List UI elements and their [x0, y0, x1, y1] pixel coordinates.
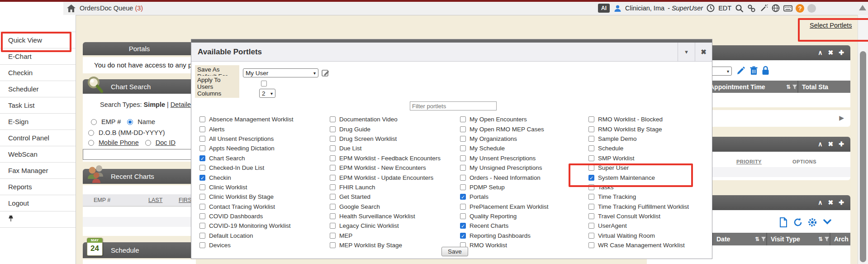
apply-to-users-checkbox[interactable] [261, 81, 267, 86]
portlet-label-orders-need-information[interactable]: Orders - Need Information [470, 174, 541, 181]
portlet-checkbox-super-user[interactable] [588, 165, 594, 171]
radio-dob-label[interactable]: D.O.B (MM-DD-YYYY) [99, 129, 165, 136]
portlet-label-recent-charts[interactable]: Recent Charts [470, 222, 508, 229]
portlet-label-epm-worklist-feedback-encounters[interactable]: EPM Worklist - Feedback Encounters [339, 155, 441, 162]
portlet-label-my-organizations[interactable]: My Organizations [470, 135, 517, 142]
portlet-label-covid-19-monitoring-worklist[interactable]: COVID-19 Monitoring Worklist [209, 222, 291, 229]
portlet-checkbox-my-organizations[interactable] [460, 136, 466, 142]
portlet-checkbox-appts-needing-dictation[interactable] [199, 145, 205, 151]
portlet-checkbox-tasks[interactable] [588, 184, 594, 190]
portlet-label-get-started[interactable]: Get Started [339, 193, 370, 200]
appointments-col-total[interactable]: Total Sta [798, 81, 850, 93]
sort-icon[interactable]: ⇅ [755, 236, 759, 242]
refresh-icon[interactable] [793, 217, 803, 229]
portlet-label-sample-demo[interactable]: Sample Demo [598, 135, 637, 142]
chevron-down-icon[interactable] [823, 218, 831, 227]
portlet-label-clinic-worklist[interactable]: Clinic Worklist [209, 184, 247, 191]
portlet-checkbox-mep-worklist-by-stage[interactable] [330, 242, 336, 248]
portlet-checkbox-devices[interactable] [199, 242, 205, 248]
portlet-label-useragent[interactable]: UserAgent [598, 222, 627, 229]
close-panel-icon[interactable]: ✖ [828, 199, 834, 206]
portlet-label-devices[interactable]: Devices [209, 242, 231, 249]
portlet-checkbox-chart-search[interactable]: ✓ [199, 155, 205, 161]
save-as-default-select[interactable]: My User ▾ [243, 68, 318, 77]
portlet-checkbox-epm-worklist-new-encounters[interactable] [330, 165, 336, 171]
portlet-checkbox-schedule[interactable] [588, 145, 594, 151]
page-scrollbar[interactable] [858, 15, 868, 264]
portlet-checkbox-contact-tracing-worklist[interactable] [199, 204, 205, 210]
radio-doc-id-label[interactable]: Doc ID [156, 139, 175, 146]
portlet-label-my-open-rmo-mep-cases[interactable]: My Open RMO MEP Cases [470, 126, 544, 133]
dialog-minimize-button[interactable]: ▾ [678, 43, 695, 61]
portlet-checkbox-virtual-waiting-room[interactable] [588, 233, 594, 239]
portlet-checkbox-alerts[interactable] [199, 126, 205, 132]
close-panel-icon[interactable]: ✖ [828, 49, 834, 56]
portlet-checkbox-epm-worklist-update-encounters[interactable] [330, 175, 336, 181]
portlet-checkbox-reporting-dashboards[interactable]: ✓ [460, 233, 466, 239]
portlet-checkbox-covid-dashboards[interactable] [199, 213, 205, 219]
portlet-checkbox-wr-case-management-worklist[interactable] [588, 242, 594, 248]
portlet-label-epm-worklist-new-encounters[interactable]: EPM Worklist - New Encounters [339, 164, 426, 171]
globe-icon[interactable] [771, 4, 780, 13]
portlet-checkbox-drug-screen-worklist[interactable] [330, 136, 336, 142]
portlet-label-checked-in-due-list[interactable]: Checked-In Due List [209, 164, 264, 171]
radio-mobile-phone[interactable] [88, 140, 94, 146]
sidebar-pin[interactable] [0, 211, 76, 228]
search-icon[interactable] [735, 4, 744, 13]
portlet-checkbox-clinic-worklist[interactable] [199, 184, 205, 190]
chart-search-input[interactable] [83, 149, 197, 160]
filter-portlets-input[interactable] [410, 101, 497, 110]
portlet-label-my-unsent-prescriptions[interactable]: My Unsent Prescriptions [470, 155, 536, 162]
portlet-label-appts-needing-dictation[interactable]: Appts Needing Dictation [209, 145, 275, 152]
settings-gear-icon[interactable] [807, 217, 817, 229]
expand-right-icon[interactable]: ▶ [839, 114, 844, 121]
portlet-label-drug-screen-worklist[interactable]: Drug Screen Worklist [339, 135, 397, 142]
portlet-checkbox-due-list[interactable] [330, 145, 336, 151]
portlet-checkbox-preplacement-exam-worklist[interactable] [460, 204, 466, 210]
keyboard-icon[interactable] [783, 4, 792, 13]
portlet-label-wr-case-management-worklist[interactable]: WR Case Management Worklist [598, 242, 685, 249]
portlet-checkbox-my-unsent-prescriptions[interactable] [460, 155, 466, 161]
collapse-icon[interactable]: ∧ [818, 140, 822, 148]
portlet-label-documentation-video[interactable]: Documentation Video [339, 116, 398, 123]
portlet-label-all-unsent-prescriptions[interactable]: All Unsent Prescriptions [209, 135, 274, 142]
portlet-label-rmo-worklist-by-stage[interactable]: RMO Worklist By Stage [598, 126, 662, 133]
portlet-label-rmo-worklist[interactable]: RMO Worklist [470, 242, 507, 249]
portlet-label-my-open-encounters[interactable]: My Open Encounters [470, 116, 527, 123]
portlet-checkbox-absence-management-worklist[interactable] [199, 116, 205, 122]
ai-badge[interactable]: AI [598, 4, 610, 13]
portlet-label-epm-worklist-update-encounters[interactable]: EPM Worklist - Update Encounters [339, 174, 433, 181]
portlet-label-pdmp-setup[interactable]: PDMP Setup [470, 184, 505, 191]
portlet-checkbox-pdmp-setup[interactable] [460, 184, 466, 190]
portlet-label-tasks[interactable]: Tasks [598, 184, 614, 191]
portlet-label-absence-management-worklist[interactable]: Absence Management Worklist [209, 116, 294, 123]
portlet-checkbox-my-open-encounters[interactable] [460, 116, 466, 122]
portlet-label-fhir-launch[interactable]: FHIR Launch [339, 184, 375, 191]
radio-name[interactable] [127, 119, 133, 125]
move-panel-icon[interactable]: ✚ [839, 140, 844, 148]
portlet-label-health-surveillance-worklist[interactable]: Health Surveillance Worklist [339, 213, 415, 220]
portlet-label-virtual-waiting-room[interactable]: Virtual Waiting Room [598, 232, 655, 239]
dialog-header[interactable]: Available Portlets ▾ ✖ [191, 43, 712, 62]
portlet-label-super-user[interactable]: Super User [598, 164, 629, 171]
portlet-label-schedule[interactable]: Schedule [598, 145, 623, 152]
search-type-detailed[interactable]: Detaile [171, 101, 191, 108]
link-icon[interactable] [747, 4, 756, 13]
portlet-label-rmo-worklist-blocked[interactable]: RMO Worklist - Blocked [598, 116, 663, 123]
save-button[interactable]: Save [441, 247, 468, 256]
sort-icon[interactable]: ⇅ [786, 84, 791, 90]
portlet-checkbox-my-open-rmo-mep-cases[interactable] [460, 126, 466, 132]
portlet-checkbox-time-tracking-fulfillment-worklist[interactable] [588, 204, 594, 210]
portlet-label-alerts[interactable]: Alerts [209, 126, 225, 133]
radio-doc-id[interactable] [145, 140, 151, 146]
portlet-checkbox-epm-worklist-feedback-encounters[interactable] [330, 155, 336, 161]
new-document-icon[interactable] [779, 217, 787, 229]
portlet-label-quality-reporting[interactable]: Quality Reporting [470, 213, 517, 220]
portlet-checkbox-travel-consult-worklist[interactable] [588, 213, 594, 219]
move-panel-icon[interactable]: ✚ [839, 199, 844, 206]
portlet-label-mep[interactable]: MEP [339, 232, 352, 239]
portlet-checkbox-my-unsigned-prescriptions[interactable] [460, 165, 466, 171]
portlet-label-time-tracking[interactable]: Time Tracking [598, 193, 636, 200]
portlet-checkbox-useragent[interactable] [588, 223, 594, 229]
portlet-label-mep-worklist-by-stage[interactable]: MEP Worklist By Stage [339, 242, 402, 249]
